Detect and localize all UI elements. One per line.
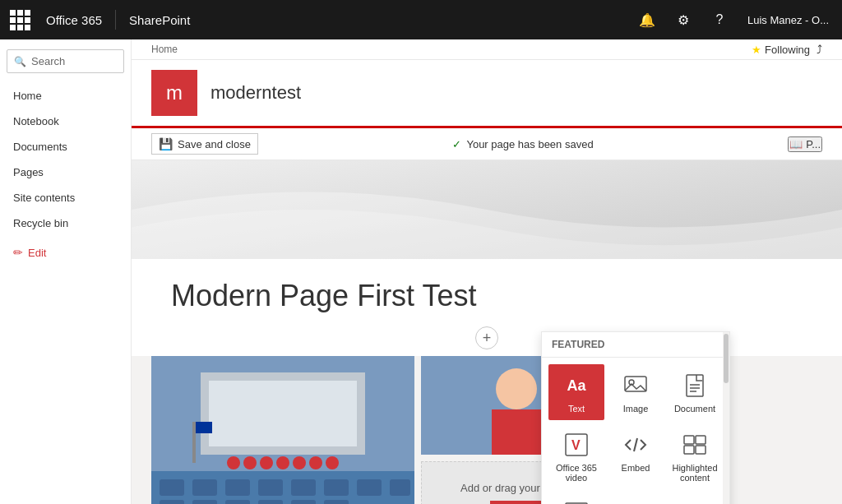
sidebar-item-recycle-bin[interactable]: Recycle bin <box>0 210 131 236</box>
page-content: Modern Page First Test + <box>132 160 842 504</box>
webpart-image[interactable]: Image <box>608 364 664 420</box>
share-icon[interactable]: ⤴ <box>817 43 822 56</box>
svg-text:V: V <box>571 438 581 452</box>
svg-line-40 <box>634 438 637 451</box>
svg-rect-5 <box>225 479 250 496</box>
svg-rect-42 <box>696 436 706 444</box>
svg-point-25 <box>326 456 339 469</box>
image-label: Image <box>623 404 649 414</box>
sidebar-item-documents[interactable]: Documents <box>0 134 131 160</box>
edit-button[interactable]: ✏ Edit <box>0 239 131 266</box>
search-box[interactable]: 🔍 Search <box>7 49 124 73</box>
web-part-picker-popup: Featured Aa Text Image <box>541 331 730 504</box>
text-icon: Aa <box>562 371 591 400</box>
top-navigation: Office 365 SharePoint 🔔 ⚙ ? Luis Manez -… <box>0 0 842 39</box>
preview-button[interactable]: 📖 P... <box>788 136 822 152</box>
document-label: Document <box>674 404 715 414</box>
svg-rect-3 <box>160 479 184 496</box>
highlighted-label: Highlighted content <box>670 463 719 483</box>
save-close-button[interactable]: 💾 Save and close <box>151 133 258 155</box>
check-icon: ✓ <box>452 138 461 150</box>
popup-scrollbar-thumb <box>724 334 729 383</box>
text-label: Text <box>568 404 585 414</box>
add-section-row: + <box>132 320 842 356</box>
site-name: moderntest <box>210 82 301 104</box>
user-label: Luis Manez - O... <box>747 14 829 26</box>
sidebar-item-pages-label: Pages <box>13 166 44 178</box>
image-icon <box>621 371 650 400</box>
sidebar-item-documents-label: Documents <box>13 141 67 153</box>
save-label: Save and close <box>178 138 251 150</box>
saved-status-text: Your page has been saved <box>466 138 593 150</box>
waffle-icon <box>10 10 30 30</box>
svg-rect-43 <box>684 446 694 454</box>
newsheadlines-icon <box>680 499 710 504</box>
gear-icon: ⚙ <box>678 12 689 28</box>
webpart-people[interactable]: ***People <box>608 492 664 504</box>
svg-rect-11 <box>160 500 184 504</box>
content-image-left <box>151 356 414 504</box>
svg-rect-8 <box>324 479 349 496</box>
page-title: Modern Page First Test <box>132 259 842 320</box>
webpart-office365video[interactable]: V Office 365 video <box>548 423 604 489</box>
user-menu[interactable]: Luis Manez - O... <box>741 14 835 26</box>
webpart-embed[interactable]: Embed <box>608 423 664 489</box>
site-header: m moderntest <box>132 60 842 128</box>
preview-icon: 📖 <box>789 138 803 150</box>
svg-rect-30 <box>492 409 541 455</box>
svg-rect-32 <box>625 377 646 391</box>
sidebar-item-home-label: Home <box>13 90 42 102</box>
sidebar-item-home[interactable]: Home <box>0 83 131 109</box>
webpart-newsheadlines[interactable]: News headlines <box>667 492 723 504</box>
sidebar-item-site-contents[interactable]: Site contents <box>0 185 131 210</box>
svg-rect-4 <box>192 479 217 496</box>
popup-grid: Aa Text Image Do <box>542 358 729 504</box>
svg-rect-26 <box>192 422 196 463</box>
site-initial: m <box>166 81 183 104</box>
embed-label: Embed <box>622 463 650 473</box>
notifications-button[interactable]: 🔔 <box>632 5 662 35</box>
svg-rect-10 <box>390 479 410 496</box>
sharepoint-label: SharePoint <box>123 13 197 27</box>
svg-rect-12 <box>192 500 217 504</box>
sidebar-item-recycle-bin-label: Recycle bin <box>13 217 68 229</box>
help-button[interactable]: ? <box>705 5 734 35</box>
svg-rect-41 <box>684 436 694 444</box>
svg-rect-7 <box>291 479 316 496</box>
svg-rect-13 <box>225 500 250 504</box>
webpart-highlighted[interactable]: Highlighted content <box>667 423 723 489</box>
waffle-menu-button[interactable] <box>7 7 33 33</box>
office365-label: Office 365 <box>46 13 102 27</box>
people-icon <box>621 499 650 504</box>
save-bar: 💾 Save and close ✓ Your page has been sa… <box>132 128 842 160</box>
popup-header: Featured <box>542 332 729 358</box>
sidebar-item-pages[interactable]: Pages <box>0 160 131 185</box>
add-section-button[interactable]: + <box>475 326 498 349</box>
embed-icon <box>621 430 650 460</box>
svg-point-21 <box>260 456 273 469</box>
webpart-document[interactable]: Document <box>667 364 723 420</box>
settings-button[interactable]: ⚙ <box>669 5 698 35</box>
add-image-1-button[interactable]: Add <box>490 501 542 504</box>
svg-rect-27 <box>196 422 212 433</box>
breadcrumb: Home <box>151 44 178 55</box>
svg-rect-6 <box>258 479 283 496</box>
audience-image <box>151 356 414 504</box>
document-icon <box>680 371 710 400</box>
highlighted-icon <box>680 430 710 460</box>
hero-background <box>132 160 842 259</box>
svg-point-24 <box>309 456 322 469</box>
search-label: Search <box>31 55 65 67</box>
svg-point-23 <box>293 456 306 469</box>
following-button[interactable]: ★ Following <box>752 44 810 56</box>
edit-label: Edit <box>28 247 46 259</box>
svg-rect-16 <box>324 500 349 504</box>
popup-scrollbar[interactable] <box>723 332 729 504</box>
webpart-hero[interactable]: ***Hero <box>548 492 604 504</box>
hero-section <box>132 160 842 259</box>
hero-icon <box>562 499 591 504</box>
nav-divider <box>115 10 116 30</box>
sidebar-item-notebook[interactable]: Notebook <box>0 109 131 134</box>
webpart-text[interactable]: Aa Text <box>548 364 604 420</box>
office365-link[interactable]: Office 365 <box>39 13 109 27</box>
